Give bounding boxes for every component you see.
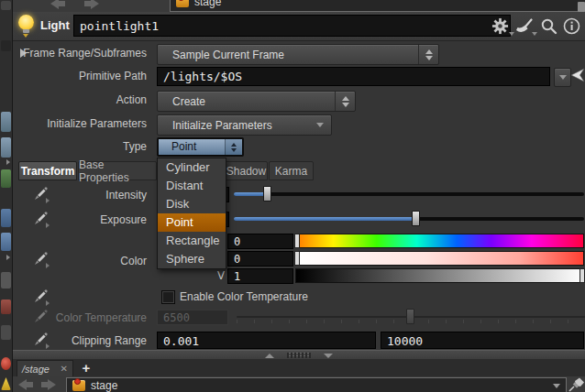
forward-arrow-icon[interactable]	[39, 379, 56, 390]
hue-gradient-slider[interactable]	[295, 234, 584, 248]
primitive-path-input[interactable]	[157, 67, 550, 86]
hue-field[interactable]: 0	[227, 234, 293, 249]
toolbar-icon[interactable]	[1, 209, 11, 227]
splitter-grip[interactable]	[287, 353, 311, 358]
network-path-text: stage	[91, 379, 547, 392]
forward-arrow-icon[interactable]	[83, 0, 99, 9]
primitive-path-label: Primitive Path	[13, 67, 147, 86]
network-path-bar: stage	[13, 376, 585, 392]
toolbar-icon[interactable]	[1, 272, 11, 289]
initialize-parameters-button[interactable]: Initialize Parameters	[157, 114, 332, 136]
enable-color-temperature-checkbox[interactable]	[161, 290, 175, 304]
gradient-handle[interactable]	[294, 234, 300, 248]
toolbar-icon[interactable]	[1, 112, 11, 132]
action-value: Create	[158, 95, 335, 108]
type-dropdown[interactable]: Point	[157, 137, 244, 157]
pencil-icon[interactable]	[35, 289, 50, 304]
type-value: Point	[159, 139, 225, 155]
chevron-down-icon[interactable]	[553, 384, 560, 388]
light-bulb-icon[interactable]	[18, 15, 34, 30]
tab-transform[interactable]: Transform	[18, 161, 77, 180]
gradient-handle[interactable]	[294, 251, 300, 266]
color-temperature-slider	[237, 309, 585, 324]
left-toolbar-strip	[0, 0, 13, 392]
frame-range-value: Sample Current Frame	[158, 49, 418, 61]
saturation-field[interactable]: 0	[227, 251, 293, 267]
chevron-down-icon	[555, 69, 570, 86]
menu-item-point[interactable]: Point	[158, 213, 226, 232]
network-path-field[interactable]: stage	[66, 377, 567, 392]
gradient-handle[interactable]	[579, 268, 585, 283]
close-icon[interactable]: ✕	[61, 365, 68, 374]
intensity-slider[interactable]	[234, 186, 584, 201]
tab-karma[interactable]: Karma	[269, 161, 314, 180]
exposure-slider[interactable]	[234, 211, 584, 226]
tab-label: Transform	[21, 165, 75, 178]
color-label: Color	[13, 252, 147, 271]
chevron-down-icon	[309, 115, 331, 135]
tab-base-properties[interactable]: Base Properties	[78, 161, 157, 180]
menu-item-cylinder[interactable]: Cylinder	[158, 158, 226, 177]
saturation-gradient-slider[interactable]	[295, 251, 584, 266]
tab-label: Karma	[275, 165, 307, 178]
menu-item-distant[interactable]: Distant	[158, 177, 226, 195]
magnifier-icon[interactable]	[539, 16, 557, 35]
tab-stage-path[interactable]: /stage ✕	[17, 360, 73, 376]
color-temperature-label: Color Temperature	[13, 309, 147, 328]
toolbar-icon[interactable]	[1, 299, 11, 314]
back-arrow-icon[interactable]	[18, 379, 35, 390]
color-temperature-field: 6500	[157, 310, 228, 325]
spinner-icon[interactable]	[418, 45, 438, 64]
menu-item-disk[interactable]: Disk	[158, 195, 226, 213]
node-type-label: Light	[40, 18, 70, 32]
tab-label: Base Properties	[79, 158, 156, 184]
clipping-range-label: Clipping Range	[13, 332, 147, 351]
back-arrow-icon[interactable]	[50, 0, 67, 9]
menu-item-rectangle[interactable]: Rectangle	[158, 232, 226, 250]
toolbar-icon[interactable]	[1, 377, 11, 390]
slider-handle	[406, 309, 414, 324]
spinner-icon[interactable]	[335, 92, 355, 111]
gear-icon[interactable]	[491, 16, 509, 35]
scroll-up-button[interactable]	[1, 1, 11, 10]
action-dropdown[interactable]: Create	[157, 91, 356, 112]
toolbar-icon[interactable]	[1, 357, 11, 370]
type-label: Type	[13, 137, 147, 157]
clipping-range-min-field[interactable]: 0.001	[157, 332, 376, 349]
tab-label: Shadow	[226, 165, 266, 178]
value-field[interactable]: 1	[227, 268, 293, 284]
network-path-field-top[interactable]: stage	[170, 0, 585, 12]
value-gradient-slider[interactable]	[295, 268, 584, 283]
node-pick-arrow-icon[interactable]	[570, 67, 585, 85]
toolbar-icon[interactable]	[1, 169, 11, 188]
primitive-path-menu-button[interactable]	[554, 68, 571, 87]
pin-icon[interactable]	[568, 377, 585, 392]
splitter-up-icon[interactable]	[265, 354, 274, 358]
toolbar-icon[interactable]	[1, 40, 11, 51]
info-icon[interactable]	[562, 16, 580, 35]
add-tab-button[interactable]: +	[78, 359, 94, 376]
stage-node-icon	[72, 380, 85, 391]
trowel-icon[interactable]	[514, 16, 533, 35]
houdini-light-parameter-pane: { "colors": { "accent_blue": "#4a7cb8", …	[0, 0, 585, 392]
value-component-label: V	[197, 268, 225, 283]
initialize-parameters-value: Initialize Parameters	[158, 119, 309, 132]
frame-range-dropdown[interactable]: Sample Current Frame	[157, 44, 439, 65]
slider-handle[interactable]	[263, 186, 271, 201]
tab-shadow[interactable]: Shadow	[225, 161, 268, 180]
toolbar-icon[interactable]	[1, 137, 11, 158]
toolbar-icon[interactable]	[1, 325, 11, 340]
toolbar-icon[interactable]	[1, 233, 11, 251]
node-menu-caret-icon	[23, 34, 28, 38]
toolbar-caret-icon	[6, 255, 10, 260]
menu-item-sphere[interactable]: Sphere	[158, 250, 226, 268]
type-dropdown-menu: Cylinder Distant Disk Point Rectangle Sp…	[157, 158, 226, 269]
frame-range-label: Frame Range/Subframes	[13, 44, 147, 63]
enable-color-temperature-label: Enable Color Temperature	[180, 290, 308, 303]
clipping-range-max-field[interactable]: 10000	[381, 332, 584, 349]
node-name-input[interactable]	[73, 15, 511, 37]
action-label: Action	[13, 91, 147, 110]
trowel-menu-caret-icon	[532, 32, 537, 36]
slider-handle[interactable]	[412, 211, 420, 226]
splitter-down-icon[interactable]	[324, 354, 333, 358]
